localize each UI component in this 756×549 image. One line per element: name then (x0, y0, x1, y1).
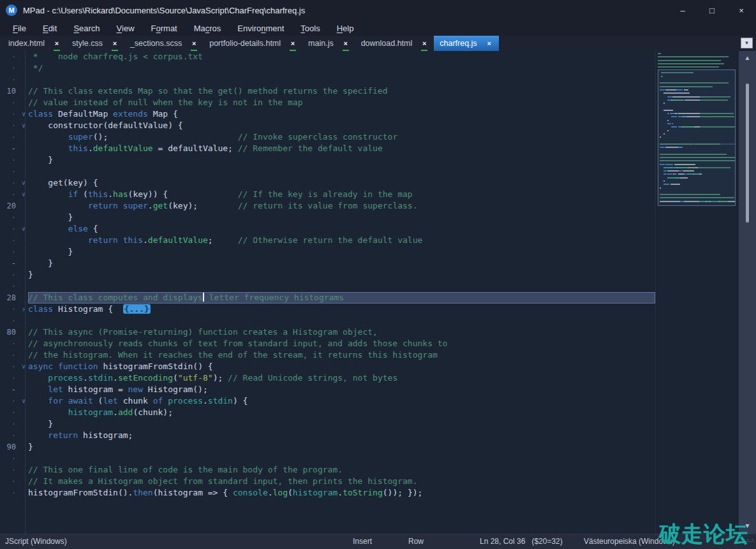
fold-gutter (19, 315, 28, 326)
menu-environment[interactable]: Environment (229, 22, 292, 34)
menu-tools[interactable]: Tools (292, 22, 328, 34)
token: } (28, 155, 53, 165)
code-text[interactable]: } (28, 212, 655, 223)
token: . (148, 201, 153, 210)
code-text[interactable]: } (28, 154, 655, 166)
minimap-line (660, 177, 735, 179)
token: async (28, 362, 53, 371)
code-text[interactable]: // It makes a Histogram object from stan… (28, 476, 655, 487)
code-text[interactable] (28, 166, 655, 177)
fold-gutter (19, 349, 28, 361)
code-text[interactable]: // This class extends Map so that the ge… (28, 85, 655, 97)
fold-expanded-icon[interactable]: ∨ (19, 223, 28, 235)
tab-close-icon[interactable]: × (111, 40, 119, 47)
code-text[interactable]: // the histogram. When it reaches the en… (28, 349, 655, 361)
vertical-scrollbar[interactable]: ▲ ▼ (739, 51, 756, 534)
tab-index-html[interactable]: index.html× (3, 36, 66, 51)
code-text[interactable]: get(key) { (28, 177, 655, 189)
line-number: · (0, 304, 19, 315)
code-line: ·∨ else { (0, 223, 655, 235)
fold-expanded-icon[interactable]: ∨ (19, 395, 28, 407)
tab-close-icon[interactable]: × (289, 40, 297, 47)
fold-expanded-icon[interactable]: ∨ (19, 189, 28, 200)
code-text[interactable]: // This one final line of code is the ma… (28, 464, 655, 476)
code-text[interactable]: } (28, 246, 655, 258)
code-text[interactable]: histogram.add(chunk); (28, 407, 655, 418)
tab-close-icon[interactable]: × (53, 40, 61, 47)
tab-close-icon[interactable]: × (485, 40, 493, 47)
code-text[interactable]: } (28, 258, 655, 269)
scrollbar-thumb[interactable] (746, 84, 749, 223)
tab-charfreq-js[interactable]: charfreq.js× (434, 36, 498, 51)
token: Map { (148, 109, 178, 119)
code-text[interactable] (28, 281, 655, 292)
code-text[interactable]: class DefaultMap extends Map { (28, 108, 655, 120)
fold-gutter (19, 407, 28, 418)
code-editor[interactable]: · * node charfreq.js < corpus.txt· */·10… (0, 51, 655, 534)
code-text[interactable]: this.defaultValue = defaultValue; // Rem… (28, 143, 655, 154)
menu-format[interactable]: Format (143, 22, 186, 34)
tab-close-icon[interactable]: × (342, 40, 350, 47)
code-text[interactable]: } (28, 269, 655, 281)
tab-label: index.html (8, 39, 45, 48)
code-text[interactable]: else { (28, 223, 655, 235)
code-text[interactable]: if (this.has(key)) { // If the key is al… (28, 189, 655, 200)
token: this (68, 143, 88, 153)
tab-main-js[interactable]: main.js× (302, 36, 355, 51)
tab--sections-scss[interactable]: _sections.scss× (124, 36, 204, 51)
token: this (88, 189, 108, 199)
tab-overflow-button[interactable]: ▼ (741, 38, 753, 48)
minimize-button[interactable]: – (668, 0, 697, 20)
code-text[interactable]: async function histogramFromStdin() { (28, 361, 655, 372)
code-text[interactable]: * node charfreq.js < corpus.txt (28, 51, 655, 62)
menu-search[interactable]: Search (65, 22, 108, 34)
fold-expanded-icon[interactable]: ∨ (19, 361, 28, 372)
fold-expanded-icon[interactable]: ∨ (19, 108, 28, 120)
code-text[interactable]: super(); // Invoke superclass constructo… (28, 131, 655, 143)
menu-help[interactable]: Help (329, 22, 362, 34)
code-text[interactable]: // This async (Promise-returning) functi… (28, 326, 655, 338)
code-text[interactable] (28, 74, 655, 85)
code-text[interactable]: // This class computes and displays lett… (28, 292, 655, 304)
fold-collapsed-icon[interactable]: › (19, 304, 28, 315)
minimap[interactable] (655, 51, 739, 534)
minimap-line (660, 72, 735, 73)
maximize-button[interactable]: □ (697, 0, 727, 20)
tab-close-icon[interactable]: × (190, 40, 198, 47)
code-text[interactable]: for await (let chunk of process.stdin) { (28, 395, 655, 407)
code-text[interactable]: } (28, 441, 655, 453)
code-text[interactable]: return this.defaultValue; // Otherwise r… (28, 235, 655, 246)
code-text[interactable]: class Histogram { {...} (28, 304, 655, 315)
menu-macros[interactable]: Macros (186, 22, 230, 34)
code-text[interactable] (28, 315, 655, 326)
tab-style-css[interactable]: style.css× (66, 36, 124, 51)
scroll-up-icon[interactable]: ▲ (739, 54, 756, 61)
code-text[interactable]: */ (28, 62, 655, 74)
code-text[interactable]: // asynchronously reads chunks of text f… (28, 338, 655, 349)
fold-expanded-icon[interactable]: ∨ (19, 177, 28, 189)
code-text[interactable]: } (28, 418, 655, 430)
close-button[interactable]: × (727, 0, 756, 20)
code-text[interactable]: // value instead of null when the key is… (28, 97, 655, 108)
code-text[interactable]: histogramFromStdin().then(histogram => {… (28, 487, 655, 499)
code-text[interactable]: constructor(defaultValue) { (28, 120, 655, 131)
fold-expanded-icon[interactable]: ∨ (19, 120, 28, 131)
menu-file[interactable]: File (4, 22, 34, 34)
code-line: · super(); // Invoke superclass construc… (0, 131, 655, 143)
code-text[interactable]: process.stdin.setEncoding("utf-8"); // R… (28, 372, 655, 384)
tab-portfolio-details-html[interactable]: portfolio-details.html× (204, 36, 302, 51)
token: log (273, 488, 288, 497)
code-text[interactable]: let histogram = new Histogram(); (28, 384, 655, 395)
code-line: 10// This class extends Map so that the … (0, 85, 655, 97)
minimap-viewport[interactable] (658, 70, 736, 206)
folded-code-badge[interactable]: {...} (123, 304, 151, 314)
tab-close-icon[interactable]: × (420, 40, 428, 47)
menu-view[interactable]: View (108, 22, 143, 34)
menu-edit[interactable]: Edit (34, 22, 65, 34)
tab-download-html[interactable]: download.html× (355, 36, 434, 51)
minimap-line (660, 110, 735, 111)
code-text[interactable]: return super.get(key); // return its val… (28, 200, 655, 212)
code-text[interactable] (28, 453, 655, 464)
token (28, 201, 88, 210)
code-text[interactable]: return histogram; (28, 430, 655, 441)
